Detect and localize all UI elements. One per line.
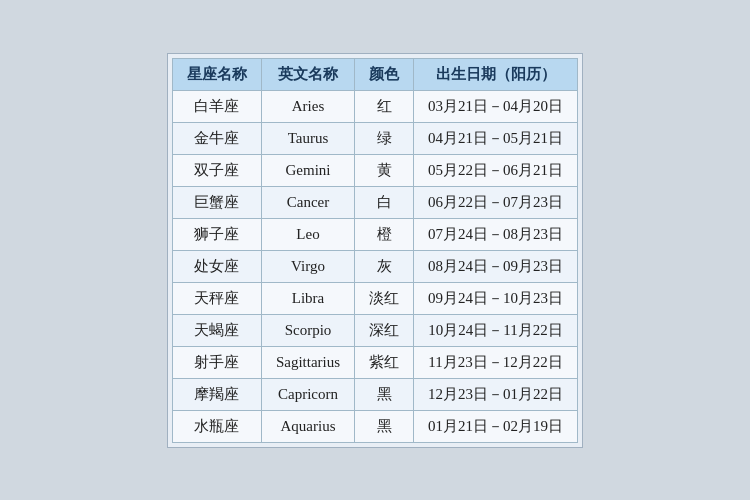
table-cell-2-2: 黄: [355, 154, 414, 186]
table-cell-2-1: Gemini: [261, 154, 354, 186]
table-cell-0-3: 03月21日－04月20日: [414, 90, 578, 122]
table-row: 双子座Gemini黄05月22日－06月21日: [172, 154, 577, 186]
table-cell-7-2: 深红: [355, 314, 414, 346]
table-cell-10-2: 黑: [355, 410, 414, 442]
header-cell-2: 颜色: [355, 58, 414, 90]
header-row: 星座名称英文名称颜色出生日期（阳历）: [172, 58, 577, 90]
header-cell-3: 出生日期（阳历）: [414, 58, 578, 90]
table-row: 天秤座Libra淡红09月24日－10月23日: [172, 282, 577, 314]
table-cell-6-3: 09月24日－10月23日: [414, 282, 578, 314]
table-row: 天蝎座Scorpio深红10月24日－11月22日: [172, 314, 577, 346]
table-cell-4-2: 橙: [355, 218, 414, 250]
table-cell-7-1: Scorpio: [261, 314, 354, 346]
header-cell-0: 星座名称: [172, 58, 261, 90]
table-cell-7-0: 天蝎座: [172, 314, 261, 346]
table-body: 白羊座Aries红03月21日－04月20日金牛座Taurus绿04月21日－0…: [172, 90, 577, 442]
table-cell-0-1: Aries: [261, 90, 354, 122]
table-cell-9-3: 12月23日－01月22日: [414, 378, 578, 410]
table-cell-4-1: Leo: [261, 218, 354, 250]
table-row: 水瓶座Aquarius黑01月21日－02月19日: [172, 410, 577, 442]
table-cell-9-2: 黑: [355, 378, 414, 410]
table-cell-3-2: 白: [355, 186, 414, 218]
table-row: 射手座Sagittarius紫红11月23日－12月22日: [172, 346, 577, 378]
table-header: 星座名称英文名称颜色出生日期（阳历）: [172, 58, 577, 90]
table-cell-9-1: Capricorn: [261, 378, 354, 410]
zodiac-table-container: 星座名称英文名称颜色出生日期（阳历） 白羊座Aries红03月21日－04月20…: [167, 53, 583, 448]
header-cell-1: 英文名称: [261, 58, 354, 90]
table-cell-8-3: 11月23日－12月22日: [414, 346, 578, 378]
table-row: 白羊座Aries红03月21日－04月20日: [172, 90, 577, 122]
table-cell-5-0: 处女座: [172, 250, 261, 282]
zodiac-table: 星座名称英文名称颜色出生日期（阳历） 白羊座Aries红03月21日－04月20…: [172, 58, 578, 443]
table-cell-8-1: Sagittarius: [261, 346, 354, 378]
table-row: 处女座Virgo灰08月24日－09月23日: [172, 250, 577, 282]
table-cell-2-3: 05月22日－06月21日: [414, 154, 578, 186]
table-cell-8-2: 紫红: [355, 346, 414, 378]
table-cell-8-0: 射手座: [172, 346, 261, 378]
table-row: 狮子座Leo橙07月24日－08月23日: [172, 218, 577, 250]
table-cell-3-3: 06月22日－07月23日: [414, 186, 578, 218]
table-cell-7-3: 10月24日－11月22日: [414, 314, 578, 346]
table-cell-0-2: 红: [355, 90, 414, 122]
table-cell-4-3: 07月24日－08月23日: [414, 218, 578, 250]
table-cell-5-1: Virgo: [261, 250, 354, 282]
table-cell-6-0: 天秤座: [172, 282, 261, 314]
table-cell-1-0: 金牛座: [172, 122, 261, 154]
table-cell-1-1: Taurus: [261, 122, 354, 154]
table-cell-4-0: 狮子座: [172, 218, 261, 250]
table-cell-3-1: Cancer: [261, 186, 354, 218]
table-cell-10-1: Aquarius: [261, 410, 354, 442]
table-cell-6-2: 淡红: [355, 282, 414, 314]
table-cell-10-0: 水瓶座: [172, 410, 261, 442]
table-cell-1-2: 绿: [355, 122, 414, 154]
table-cell-1-3: 04月21日－05月21日: [414, 122, 578, 154]
table-row: 巨蟹座Cancer白06月22日－07月23日: [172, 186, 577, 218]
table-cell-0-0: 白羊座: [172, 90, 261, 122]
table-cell-3-0: 巨蟹座: [172, 186, 261, 218]
table-cell-10-3: 01月21日－02月19日: [414, 410, 578, 442]
table-row: 摩羯座Capricorn黑12月23日－01月22日: [172, 378, 577, 410]
table-row: 金牛座Taurus绿04月21日－05月21日: [172, 122, 577, 154]
table-cell-2-0: 双子座: [172, 154, 261, 186]
table-cell-9-0: 摩羯座: [172, 378, 261, 410]
table-cell-5-2: 灰: [355, 250, 414, 282]
table-cell-5-3: 08月24日－09月23日: [414, 250, 578, 282]
table-cell-6-1: Libra: [261, 282, 354, 314]
